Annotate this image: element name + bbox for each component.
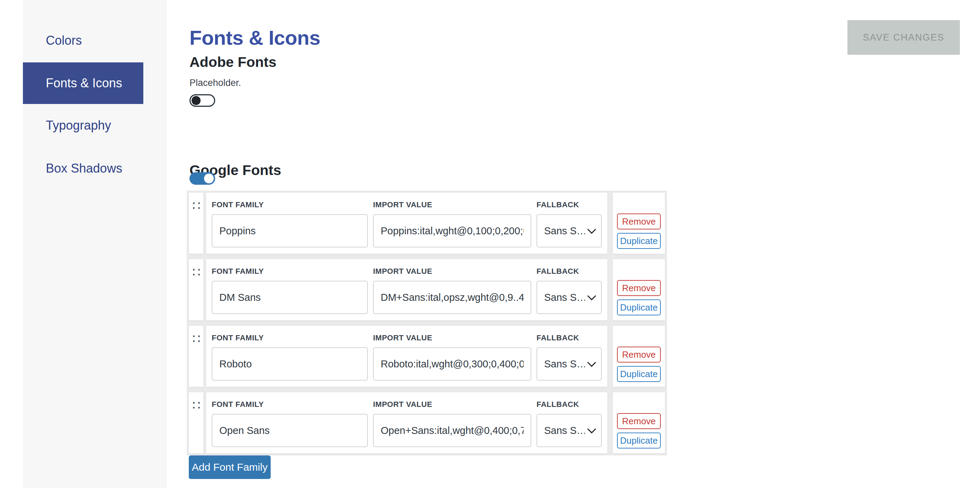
font-row-actions: Remove Duplicate <box>613 392 665 453</box>
font-family-label: FONT FAMILY <box>212 200 368 209</box>
settings-sidebar: Colors Fonts & Icons Typography Box Shad… <box>23 0 166 488</box>
page-title: Fonts & Icons <box>189 26 320 49</box>
import-value-input[interactable] <box>373 281 531 314</box>
font-family-label: FONT FAMILY <box>212 400 368 409</box>
chevron-down-icon <box>587 225 596 234</box>
font-row-actions: Remove Duplicate <box>613 259 665 320</box>
font-family-input[interactable] <box>212 214 368 247</box>
import-value-input[interactable] <box>373 214 531 247</box>
remove-button[interactable]: Remove <box>617 280 661 296</box>
sidebar-item-label: Typography <box>23 118 111 132</box>
fallback-select[interactable]: Sans S… <box>536 214 602 247</box>
remove-button[interactable]: Remove <box>617 347 661 363</box>
drag-handle[interactable]: ∷ <box>189 326 204 387</box>
toggle-knob <box>204 174 214 183</box>
fallback-label: FALLBACK <box>536 267 602 276</box>
sidebar-item-colors[interactable]: Colors <box>23 33 166 48</box>
google-fonts-list: ∷ FONT FAMILY IMPORT VALUE FALLBACK Sans… <box>187 191 667 455</box>
import-value-input[interactable] <box>373 347 531 380</box>
sidebar-item-typography[interactable]: Typography <box>23 118 166 133</box>
duplicate-button[interactable]: Duplicate <box>617 299 661 315</box>
font-row-actions: Remove Duplicate <box>613 326 665 387</box>
remove-button[interactable]: Remove <box>617 413 661 429</box>
font-row-fields: FONT FAMILY IMPORT VALUE FALLBACK Sans S… <box>206 326 607 387</box>
fallback-selected-value: Sans S… <box>544 292 585 303</box>
import-value-label: IMPORT VALUE <box>373 333 531 342</box>
fallback-select[interactable]: Sans S… <box>536 414 602 447</box>
fallback-select[interactable]: Sans S… <box>536 281 602 314</box>
duplicate-button[interactable]: Duplicate <box>617 233 661 249</box>
import-value-input[interactable] <box>373 414 531 447</box>
chevron-down-icon <box>587 358 596 367</box>
fallback-selected-value: Sans S… <box>544 358 585 370</box>
font-family-label: FONT FAMILY <box>212 333 368 342</box>
font-row-fields: FONT FAMILY IMPORT VALUE FALLBACK Sans S… <box>206 193 607 254</box>
chevron-down-icon <box>587 292 596 300</box>
sidebar-item-label: Box Shadows <box>23 161 122 175</box>
sidebar-item-box-shadows[interactable]: Box Shadows <box>23 161 166 176</box>
font-family-input[interactable] <box>212 281 368 314</box>
font-row-actions: Remove Duplicate <box>613 193 665 254</box>
import-value-label: IMPORT VALUE <box>373 200 531 209</box>
drag-handle-icon: ∷ <box>192 266 200 279</box>
font-row: ∷ FONT FAMILY IMPORT VALUE FALLBACK Sans… <box>189 326 665 387</box>
drag-handle[interactable]: ∷ <box>189 193 204 254</box>
fallback-label: FALLBACK <box>536 333 602 342</box>
font-row: ∷ FONT FAMILY IMPORT VALUE FALLBACK Sans… <box>189 259 665 320</box>
font-family-input[interactable] <box>212 347 368 380</box>
adobe-fonts-heading: Adobe Fonts <box>189 54 277 70</box>
fallback-selected-value: Sans S… <box>544 425 585 436</box>
fallback-label: FALLBACK <box>536 200 602 209</box>
fallback-select[interactable]: Sans S… <box>536 347 602 380</box>
google-fonts-toggle[interactable] <box>189 172 215 185</box>
fallback-label: FALLBACK <box>536 400 602 409</box>
save-changes-button[interactable]: SAVE CHANGES <box>848 20 960 55</box>
font-family-input[interactable] <box>212 414 368 447</box>
drag-handle-icon: ∷ <box>192 333 200 345</box>
duplicate-button[interactable]: Duplicate <box>617 366 661 382</box>
add-font-family-button[interactable]: Add Font Family <box>189 455 271 479</box>
font-row-fields: FONT FAMILY IMPORT VALUE FALLBACK Sans S… <box>206 259 607 320</box>
drag-handle-icon: ∷ <box>192 200 200 212</box>
fallback-selected-value: Sans S… <box>544 225 585 237</box>
font-row-fields: FONT FAMILY IMPORT VALUE FALLBACK Sans S… <box>206 392 607 453</box>
font-row: ∷ FONT FAMILY IMPORT VALUE FALLBACK Sans… <box>189 392 665 453</box>
font-row: ∷ FONT FAMILY IMPORT VALUE FALLBACK Sans… <box>189 193 665 254</box>
remove-button[interactable]: Remove <box>617 214 661 230</box>
import-value-label: IMPORT VALUE <box>373 267 531 276</box>
sidebar-item-label: Fonts & Icons <box>23 76 122 90</box>
drag-handle[interactable]: ∷ <box>189 259 204 320</box>
sidebar-item-fonts-icons[interactable]: Fonts & Icons <box>23 62 143 104</box>
drag-handle-icon: ∷ <box>192 399 200 412</box>
import-value-label: IMPORT VALUE <box>373 400 531 409</box>
duplicate-button[interactable]: Duplicate <box>617 433 661 448</box>
adobe-fonts-description: Placeholder. <box>189 78 241 89</box>
drag-handle[interactable]: ∷ <box>189 392 204 453</box>
sidebar-item-label: Colors <box>23 33 82 48</box>
toggle-knob <box>192 96 200 105</box>
chevron-down-icon <box>587 425 596 433</box>
adobe-fonts-toggle[interactable] <box>189 94 215 107</box>
font-family-label: FONT FAMILY <box>212 267 368 276</box>
